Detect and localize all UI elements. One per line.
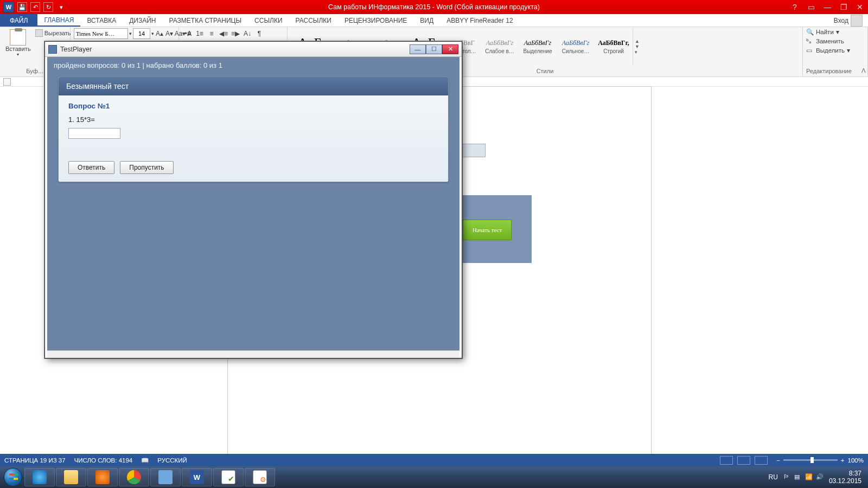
word-window-controls: ? ▭ — ❐ ✕ [787,1,868,13]
grow-font-icon[interactable]: A▴ [155,28,164,39]
question-card: Безымянный тест Вопрос №1 1. 15*3= Ответ… [58,76,449,182]
tray-clock[interactable]: 8:37 03.12.2015 [829,470,861,485]
styles-expand-icon[interactable]: ▲▼▾ [633,28,641,65]
font-name-input[interactable] [74,28,128,39]
collapse-ribbon-icon[interactable]: ᐱ [861,67,866,74]
testplayer-titlebar[interactable]: TestPlayer — ☐ ✕ [45,42,462,57]
cut-button[interactable]: Вырезать [35,29,71,37]
redo-icon[interactable]: ↻ [43,2,53,12]
zoom-slider[interactable] [783,459,838,461]
start-button[interactable] [2,466,24,488]
tray-volume-icon[interactable]: 🔊 [816,473,824,481]
answer-button[interactable]: Ответить [68,161,114,174]
read-mode-icon[interactable] [720,456,733,465]
proofing-icon[interactable]: 📖 [141,457,149,464]
zoom-out-icon[interactable]: − [776,457,780,464]
tray-flag-icon[interactable]: 🏳 [783,473,791,481]
document-title: Сам работы ИНформатика 2015 - Word (Сбой… [328,3,540,11]
numbering-icon[interactable]: 1≡ [194,28,205,39]
start-test-button[interactable]: Начать тест [463,220,512,240]
inc-indent-icon[interactable]: ≡▶ [230,28,241,39]
zoom-in-icon[interactable]: + [841,457,845,464]
testplayer-body: пройдено вопросов: 0 из 1 | набрано балл… [47,57,459,350]
tray-network-icon[interactable]: 📶 [805,473,813,481]
taskbar-wmp[interactable] [87,468,118,486]
view-switcher [720,456,768,465]
paste-button[interactable]: Вставить ▾ [3,28,33,58]
tray-language[interactable]: RU [769,473,778,481]
sign-in[interactable]: Вход [828,14,868,27]
language-indicator[interactable]: РУССКИЙ [157,457,187,464]
taskbar-app1[interactable] [150,468,181,486]
word-count[interactable]: ЧИСЛО СЛОВ: 4194 [74,457,133,464]
multilevel-icon[interactable]: ≡ [206,28,217,39]
tab-file[interactable]: ФАЙЛ [0,14,37,27]
tp-maximize-icon[interactable]: ☐ [426,44,442,54]
tab-рецензирование[interactable]: РЕЦЕНЗИРОВАНИЕ [338,14,413,27]
tab-разметка-страницы[interactable]: РАЗМЕТКА СТРАНИЦЫ [163,14,248,27]
minimize-icon[interactable]: — [819,1,835,13]
ribbon-display-icon[interactable]: ▭ [803,1,819,13]
ribbon-tabs: ФАЙЛ ГЛАВНАЯВСТАВКАДИЗАЙНРАЗМЕТКА СТРАНИ… [0,14,868,27]
close-icon[interactable]: ✕ [852,1,868,13]
taskbar-word[interactable]: W [182,468,212,486]
taskbar-explorer[interactable] [56,468,86,486]
taskbar-app2[interactable]: ✔ [213,468,244,486]
tab-рассылки[interactable]: РАССЫЛКИ [289,14,338,27]
show-marks-icon[interactable]: ¶ [254,28,265,39]
tab-ссылки[interactable]: ССЫЛКИ [248,14,289,27]
test-name: Безымянный тест [59,77,448,95]
sort-icon[interactable]: A↓ [242,28,253,39]
scissors-icon [35,29,43,37]
windows-orb-icon [4,468,22,486]
bullets-icon[interactable]: •≡ [182,28,193,39]
question-number: Вопрос №1 [68,102,438,110]
save-icon[interactable]: 💾 [17,2,27,12]
tp-minimize-icon[interactable]: — [410,44,426,54]
select-button[interactable]: ▭Выделить ▾ [806,47,864,54]
dec-indent-icon[interactable]: ◀≡ [218,28,229,39]
undo-icon[interactable]: ↶ [30,2,40,12]
shrink-font-icon[interactable]: A▾ [165,28,174,39]
page-indicator[interactable]: СТРАНИЦА 19 ИЗ 37 [4,457,66,464]
ruler-corner[interactable] [3,78,11,86]
tab-дизайн[interactable]: ДИЗАЙН [123,14,162,27]
app2-icon: ✔ [221,470,235,484]
editing-group: 🔍Найти ▾ ᵇₐЗаменить ▭Выделить ▾ Редактир… [803,27,868,76]
word-icon: W [3,2,14,12]
taskbar-chrome[interactable] [119,468,149,486]
quick-access-toolbar: W 💾 ↶ ↻ ▾ [0,2,69,12]
taskbar-ie[interactable] [24,468,55,486]
skip-button[interactable]: Пропустить [120,161,173,174]
folder-icon [64,470,78,484]
taskbar-app3[interactable]: ⚙ [245,468,275,486]
avatar-icon [851,15,863,27]
replace-button[interactable]: ᵇₐЗаменить [806,37,864,45]
zoom-level[interactable]: 100% [848,457,864,464]
tab-abbyy-finereader-12[interactable]: ABBYY FineReader 12 [440,14,520,27]
testplayer-title: TestPlayer [60,46,92,53]
font-size-input[interactable] [133,28,150,39]
tab-вставка[interactable]: ВСТАВКА [80,14,123,27]
restore-icon[interactable]: ❐ [835,1,852,13]
system-tray: RU 🏳 ▤ 📶 🔊 8:37 03.12.2015 [769,470,866,485]
find-button[interactable]: 🔍Найти ▾ [806,28,864,36]
qat-more-icon[interactable]: ▾ [56,2,66,12]
style-cell[interactable]: АаБбВвГгСлабое в… [481,28,519,65]
style-cell[interactable]: АаБбВвГгВыделение [519,28,557,65]
chrome-icon [127,470,141,484]
testplayer-window-controls: — ☐ ✕ [410,44,458,54]
style-cell[interactable]: АаБбВвГгСильное… [557,28,595,65]
testplayer-window: TestPlayer — ☐ ✕ пройдено вопросов: 0 из… [44,41,462,358]
answer-input[interactable] [68,128,120,139]
tp-close-icon[interactable]: ✕ [442,44,458,54]
tab-главная[interactable]: ГЛАВНАЯ [37,14,80,27]
print-layout-icon[interactable] [737,456,750,465]
app3-icon: ⚙ [253,470,267,484]
web-layout-icon[interactable] [755,456,768,465]
testplayer-footer [47,350,459,358]
tray-action-icon[interactable]: ▤ [794,473,802,481]
tab-вид[interactable]: ВИД [413,14,440,27]
help-icon[interactable]: ? [787,1,803,13]
style-cell[interactable]: АаБбВвГг,Строгий [595,28,633,65]
